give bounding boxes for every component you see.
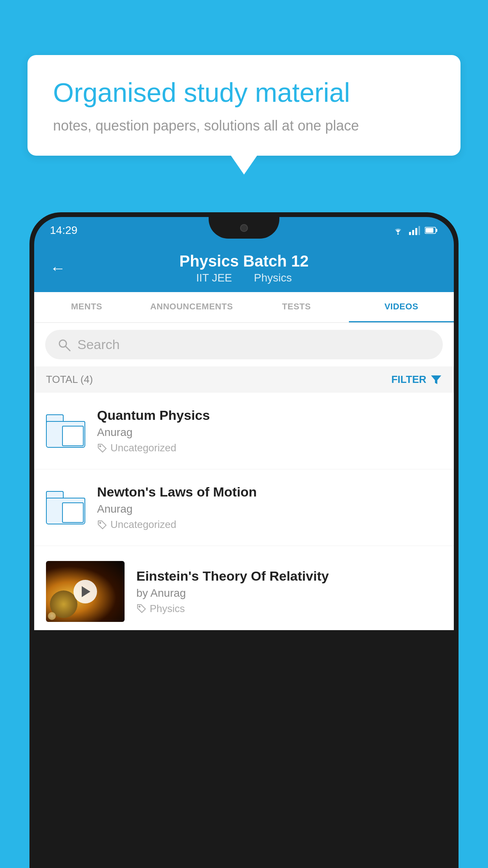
- svg-point-12: [139, 606, 140, 607]
- video-thumbnail: [46, 561, 125, 622]
- folder-icon: [46, 414, 85, 448]
- subtitle-part1: IIT JEE: [196, 272, 232, 284]
- total-count: TOTAL (4): [46, 373, 93, 386]
- folder-icon: [46, 491, 85, 524]
- video-list: Quantum Physics Anurag Uncategorized: [34, 393, 454, 630]
- hero-section: Organised study material notes, question…: [28, 55, 460, 156]
- play-button[interactable]: [73, 580, 97, 603]
- filter-label: FILTER: [391, 373, 426, 386]
- video-info: Newton's Laws of Motion Anurag Uncategor…: [97, 484, 442, 531]
- filter-button[interactable]: FILTER: [391, 373, 442, 386]
- svg-rect-6: [436, 229, 437, 232]
- filter-funnel-icon: [430, 374, 442, 386]
- svg-point-0: [397, 233, 399, 235]
- tag-label: Physics: [150, 603, 185, 615]
- list-item[interactable]: Quantum Physics Anurag Uncategorized: [34, 393, 454, 469]
- tab-ments[interactable]: MENTS: [34, 292, 139, 322]
- search-icon: [57, 338, 71, 352]
- svg-line-9: [66, 346, 70, 351]
- video-title: Newton's Laws of Motion: [97, 484, 442, 500]
- bubble-subtitle: notes, question papers, solutions all at…: [53, 118, 435, 134]
- tag-label: Uncategorized: [110, 442, 176, 454]
- svg-rect-7: [426, 228, 433, 233]
- back-button[interactable]: ←: [50, 259, 66, 277]
- video-info: Quantum Physics Anurag Uncategorized: [97, 408, 442, 454]
- svg-rect-2: [412, 230, 414, 235]
- status-bar: 14:29: [34, 217, 454, 244]
- tab-tests[interactable]: TESTS: [244, 292, 349, 322]
- phone-inner: 14:29: [34, 217, 454, 868]
- svg-point-10: [100, 445, 101, 447]
- status-time: 14:29: [50, 224, 77, 237]
- search-bar[interactable]: Search: [45, 330, 443, 359]
- search-input[interactable]: Search: [77, 337, 120, 352]
- battery-icon: [425, 226, 438, 234]
- speech-bubble: Organised study material notes, question…: [28, 55, 460, 156]
- notch: [209, 217, 279, 239]
- list-item[interactable]: Einstein's Theory Of Relativity by Anura…: [34, 546, 454, 630]
- video-title: Einstein's Theory Of Relativity: [136, 568, 442, 584]
- tag-icon: [136, 603, 147, 614]
- svg-rect-1: [409, 232, 411, 235]
- subtitle-part2: Physics: [254, 272, 292, 284]
- video-author: Anurag: [97, 503, 442, 515]
- video-tag: Physics: [136, 603, 442, 615]
- video-tag: Uncategorized: [97, 442, 442, 454]
- phone-frame: 14:29: [29, 212, 459, 868]
- video-info: Einstein's Theory Of Relativity by Anura…: [136, 568, 442, 615]
- camera-dot: [240, 224, 248, 232]
- app-header: ← Physics Batch 12 IIT JEE Physics: [34, 244, 454, 292]
- filter-row: TOTAL (4) FILTER: [34, 366, 454, 393]
- tab-announcements[interactable]: ANNOUNCEMENTS: [139, 292, 244, 322]
- header-title: Physics Batch 12: [179, 252, 308, 270]
- svg-rect-3: [415, 228, 417, 235]
- tag-icon: [97, 520, 107, 530]
- bubble-title: Organised study material: [53, 77, 435, 109]
- tag-label: Uncategorized: [110, 519, 176, 531]
- tab-videos[interactable]: VIDEOS: [349, 292, 454, 322]
- wifi-icon: [392, 226, 404, 235]
- video-tag: Uncategorized: [97, 519, 442, 531]
- search-bar-container: Search: [34, 323, 454, 366]
- video-title: Quantum Physics: [97, 408, 442, 423]
- tab-bar: MENTS ANNOUNCEMENTS TESTS VIDEOS: [34, 292, 454, 323]
- svg-point-11: [100, 522, 101, 523]
- status-icons: [392, 226, 438, 235]
- signal-icon: [409, 226, 420, 235]
- tag-icon: [97, 443, 107, 453]
- list-item[interactable]: Newton's Laws of Motion Anurag Uncategor…: [34, 469, 454, 546]
- video-author: by Anurag: [136, 587, 442, 600]
- header-subtitle: IIT JEE Physics: [191, 272, 297, 284]
- video-author: Anurag: [97, 426, 442, 439]
- svg-rect-4: [418, 226, 420, 235]
